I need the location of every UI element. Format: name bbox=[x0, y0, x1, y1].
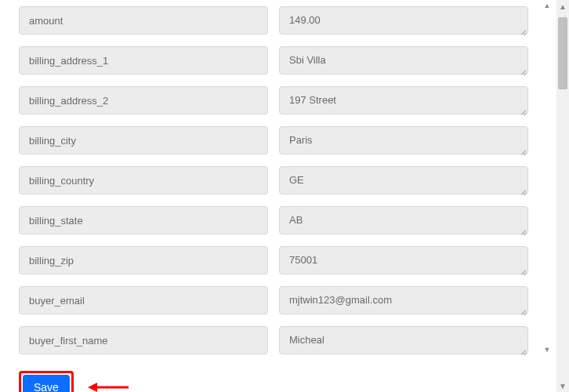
value-cell: GE bbox=[279, 166, 528, 197]
key-input-buyer-email[interactable] bbox=[19, 286, 268, 314]
key-input-buyer-first-name[interactable] bbox=[19, 326, 268, 354]
value-cell: mjtwin123@gmail.com bbox=[279, 286, 528, 317]
value-input-billing-country[interactable]: GE bbox=[279, 166, 528, 194]
save-button[interactable]: Save bbox=[23, 375, 70, 392]
key-input-billing-state[interactable] bbox=[19, 206, 268, 234]
key-cell bbox=[19, 206, 268, 237]
table-row: Paris bbox=[0, 126, 547, 157]
value-input-billing-address-1[interactable]: Sbi Villa bbox=[279, 46, 528, 74]
key-cell bbox=[19, 326, 268, 357]
value-cell: 149.00 bbox=[279, 6, 528, 37]
inner-scroll-down-icon: ▼ bbox=[542, 345, 552, 354]
svg-marker-1 bbox=[88, 383, 97, 392]
value-input-buyer-first-name[interactable]: Micheal bbox=[279, 326, 528, 354]
value-cell: Paris bbox=[279, 126, 528, 157]
value-cell: 197 Street bbox=[279, 86, 528, 117]
key-cell bbox=[19, 166, 268, 197]
value-cell: Sbi Villa bbox=[279, 46, 528, 77]
save-row: Save bbox=[0, 366, 547, 392]
key-input-billing-country[interactable] bbox=[19, 166, 268, 194]
key-input-billing-city[interactable] bbox=[19, 126, 268, 154]
table-row: GE bbox=[0, 166, 547, 197]
key-input-billing-address-1[interactable] bbox=[19, 46, 268, 74]
table-row: Micheal bbox=[0, 326, 547, 357]
scrollbar-thumb[interactable] bbox=[558, 17, 567, 89]
form-rows: 149.00 Sbi Villa 197 Street bbox=[0, 6, 547, 357]
key-cell bbox=[19, 246, 268, 277]
key-input-amount[interactable] bbox=[19, 6, 268, 34]
table-row: 149.00 bbox=[0, 6, 547, 37]
value-cell: AB bbox=[279, 206, 528, 237]
form-scroll-area[interactable]: 149.00 Sbi Villa 197 Street bbox=[0, 0, 547, 392]
inner-scroll-up-icon: ▲ bbox=[542, 1, 552, 10]
table-row: Sbi Villa bbox=[0, 46, 547, 77]
key-input-billing-zip[interactable] bbox=[19, 246, 268, 274]
value-input-billing-city[interactable]: Paris bbox=[279, 126, 528, 154]
key-cell bbox=[19, 46, 268, 77]
value-cell: Micheal bbox=[279, 326, 528, 357]
key-cell bbox=[19, 286, 268, 317]
table-row: AB bbox=[0, 206, 547, 237]
scroll-down-icon: ▼ bbox=[556, 379, 569, 392]
key-input-billing-address-2[interactable] bbox=[19, 86, 268, 114]
table-row: 197 Street bbox=[0, 86, 547, 117]
table-row: mjtwin123@gmail.com bbox=[0, 286, 547, 317]
arrow-annotation-icon bbox=[88, 381, 129, 392]
value-input-buyer-email[interactable]: mjtwin123@gmail.com bbox=[279, 286, 528, 314]
key-cell bbox=[19, 126, 268, 157]
key-cell bbox=[19, 86, 268, 117]
highlight-annotation: Save bbox=[19, 371, 74, 392]
scroll-up-icon: ▲ bbox=[556, 0, 569, 13]
value-input-billing-zip[interactable]: 75001 bbox=[279, 246, 528, 274]
value-input-billing-state[interactable]: AB bbox=[279, 206, 528, 234]
value-input-amount[interactable]: 149.00 bbox=[279, 6, 528, 34]
page-scrollbar[interactable]: ▲ ▼ bbox=[556, 0, 569, 392]
value-cell: 75001 bbox=[279, 246, 528, 277]
table-row: 75001 bbox=[0, 246, 547, 277]
value-input-billing-address-2[interactable]: 197 Street bbox=[279, 86, 528, 114]
key-cell bbox=[19, 6, 268, 37]
